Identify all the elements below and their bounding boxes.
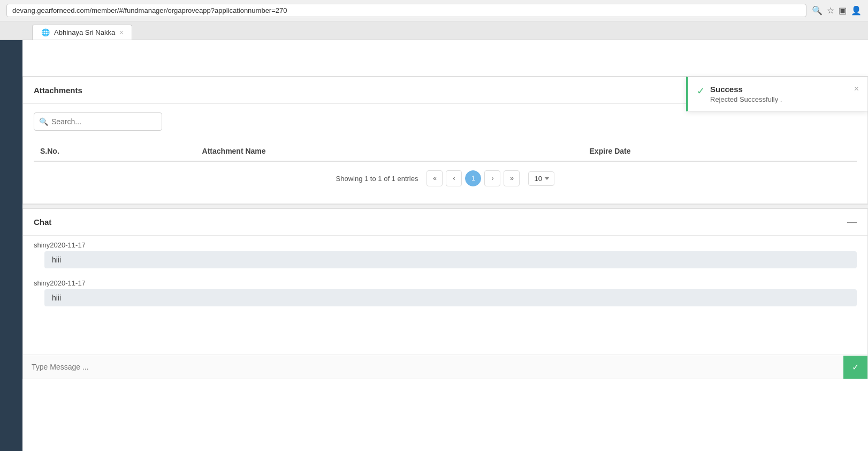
chat-title: Chat: [34, 217, 51, 227]
chat-toggle[interactable]: —: [847, 216, 857, 228]
col-expire-date: Expire Date: [583, 141, 857, 161]
tab-bar: 🌐 Abhinaya Sri Nakka ×: [0, 21, 868, 40]
profile-icon[interactable]: 👤: [851, 5, 862, 16]
next-page-button[interactable]: ›: [484, 170, 500, 186]
tab-favicon: 🌐: [41, 28, 50, 36]
chat-messages: shiny2020-11-17 hiii shiny2020-11-17 hii…: [23, 236, 867, 312]
search-icon: 🔍: [39, 117, 48, 126]
search-icon[interactable]: 🔍: [812, 5, 823, 16]
chat-message-input[interactable]: [23, 355, 843, 379]
chat-user-date-1: shiny2020-11-17: [34, 241, 857, 249]
last-page-button[interactable]: »: [504, 170, 520, 186]
chat-send-button[interactable]: ✓: [843, 356, 867, 379]
pagination-info: Showing 1 to 1 of 1 entries: [336, 175, 418, 183]
toast-content: Success Rejected Successfully .: [710, 85, 849, 103]
chat-header: Chat —: [23, 209, 867, 236]
chat-message-1: shiny2020-11-17 hiii: [23, 236, 867, 274]
success-toast: ✓ Success Rejected Successfully . ×: [686, 77, 868, 111]
browser-chrome: 🔍 ☆ ▣ 👤: [0, 0, 868, 21]
per-page-select[interactable]: 10 25 50: [528, 171, 554, 186]
col-sno: S.No.: [34, 141, 196, 161]
main-layout: ✓ Success Rejected Successfully . × Atta…: [0, 40, 868, 451]
chat-bubble-2: hiii: [44, 289, 857, 306]
left-sidebar: [0, 40, 22, 451]
url-bar[interactable]: [6, 4, 806, 17]
section-divider: [22, 204, 868, 208]
search-container: 🔍: [34, 112, 162, 131]
send-icon: ✓: [852, 362, 859, 372]
tab-label: Abhinaya Sri Nakka: [54, 28, 115, 36]
content-area: ✓ Success Rejected Successfully . × Atta…: [22, 40, 868, 451]
prev-page-button[interactable]: ‹: [446, 170, 462, 186]
chat-spacer: [23, 312, 867, 355]
chat-input-row: ✓: [23, 355, 867, 379]
chat-message-2: shiny2020-11-17 hiii: [23, 274, 867, 312]
chat-bubble-1: hiii: [44, 251, 857, 268]
toast-message: Rejected Successfully .: [710, 95, 849, 103]
col-attachment-name: Attachment Name: [196, 141, 583, 161]
browser-controls: 🔍 ☆ ▣ 👤: [812, 5, 862, 16]
windows-icon[interactable]: ▣: [839, 5, 847, 16]
toast-title: Success: [710, 85, 849, 94]
attachments-body: 🔍 S.No. Attachment Name Expire Date: [23, 104, 867, 204]
bookmark-icon[interactable]: ☆: [827, 5, 834, 16]
pagination-row: Showing 1 to 1 of 1 entries « ‹ 1 › » 10…: [34, 162, 857, 195]
chat-user-date-2: shiny2020-11-17: [34, 279, 857, 287]
page-1-button[interactable]: 1: [465, 170, 481, 186]
attachments-title: Attachments: [34, 86, 82, 95]
chat-section: Chat — shiny2020-11-17 hiii shiny2020-11…: [22, 208, 868, 379]
attachments-table: S.No. Attachment Name Expire Date: [34, 141, 857, 162]
top-content-block: [22, 40, 868, 77]
search-input[interactable]: [34, 112, 162, 131]
first-page-button[interactable]: «: [427, 170, 443, 186]
toast-success-icon: ✓: [697, 85, 705, 97]
tab-close-icon[interactable]: ×: [119, 29, 123, 36]
active-tab[interactable]: 🌐 Abhinaya Sri Nakka ×: [32, 25, 132, 40]
toast-close-button[interactable]: ×: [854, 85, 859, 93]
